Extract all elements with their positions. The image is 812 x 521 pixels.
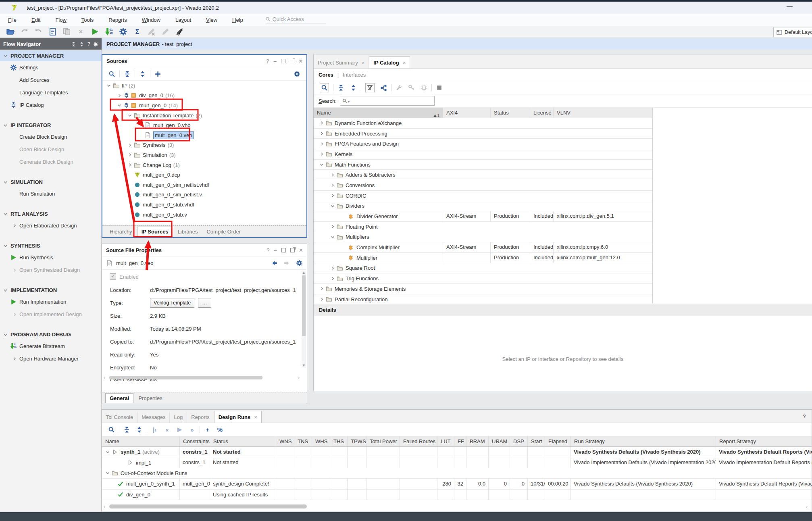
flow-section-header-synthesis[interactable]: SYNTHESIS — [0, 240, 101, 251]
stop-icon[interactable] — [436, 84, 443, 91]
step-forward-icon[interactable]: » — [188, 426, 196, 433]
flow-item-run-synthesis[interactable]: Run Synthesis — [0, 251, 101, 264]
menu-help[interactable]: Help — [227, 15, 249, 25]
menu-view[interactable]: View — [200, 15, 223, 25]
column-header-license[interactable]: License — [530, 108, 553, 118]
flow-section-header-project-manager[interactable]: PROJECT MANAGER — [0, 50, 101, 61]
flow-item-open-hardware-manager[interactable]: Open Hardware Manager — [0, 352, 101, 365]
percent-icon[interactable]: % — [216, 426, 224, 433]
source-mult-gen-0[interactable]: mult_gen_0(14) — [102, 100, 306, 110]
quick-access[interactable]: Quick Access — [265, 16, 326, 23]
run-row-impl-1[interactable]: impl_1constrs_1Not startedVivado Impleme… — [102, 457, 812, 468]
undo-icon[interactable] — [20, 27, 29, 36]
column-header-run-strategy[interactable]: Run Strategy — [570, 436, 716, 446]
help-icon[interactable]: ? — [266, 58, 269, 64]
horizontal-scrollbar[interactable]: ‹› — [104, 375, 300, 380]
chip-icon[interactable] — [421, 84, 427, 91]
column-header-whs[interactable]: WHS — [312, 436, 330, 446]
float-icon[interactable] — [290, 248, 295, 252]
tab-ip-catalog[interactable]: IP Catalog× — [369, 56, 410, 68]
flow-item-create-block-design[interactable]: Create Block Design — [0, 131, 101, 143]
ip-row-conversions[interactable]: Conversions — [314, 180, 652, 191]
source-mult-gen-0-veo[interactable]: mult_gen_0.veo — [102, 130, 306, 140]
column-header-report-strategy[interactable]: Report Strategy — [716, 436, 812, 446]
menu-reports[interactable]: Reports — [103, 15, 133, 25]
subtab-cores[interactable]: Cores — [319, 72, 333, 78]
ip-row-multipliers[interactable]: Multipliers — [314, 232, 652, 243]
column-header-tns[interactable]: TNS — [294, 436, 312, 446]
column-header-start[interactable]: Start — [527, 436, 545, 446]
report-utilization-icon[interactable]: Σ — [133, 28, 142, 35]
column-header-total-power[interactable]: Total Power — [366, 436, 400, 446]
ip-row-complex-multiplier[interactable]: Complex MultiplierAXI4-StreamProductionI… — [314, 242, 652, 253]
source-mult-gen-0-stub-vhdl[interactable]: mult_gen_0_stub.vhdl — [102, 200, 306, 210]
close-icon[interactable]: × — [254, 414, 257, 420]
wrench-icon[interactable] — [396, 84, 402, 91]
subtab-interfaces[interactable]: Interfaces — [343, 72, 366, 78]
source-mult-gen-0-stub-v[interactable]: mult_gen_0_stub.v — [102, 210, 306, 220]
source-mult-gen-0-dcp[interactable]: mult_gen_0.dcp — [102, 170, 306, 180]
column-header-ff[interactable]: FF — [454, 436, 466, 446]
source-div-gen-0[interactable]: div_gen_0(16) — [102, 91, 306, 101]
back-arrow-icon[interactable] — [271, 260, 278, 267]
key-icon[interactable] — [408, 84, 415, 91]
flow-item-open-block-design[interactable]: Open Block Design — [0, 143, 101, 156]
flow-item-open-implemented-design[interactable]: Open Implemented Design — [0, 308, 101, 321]
flow-item-generate-block-design[interactable]: Generate Block Design — [0, 156, 101, 168]
taxonomy-icon[interactable] — [380, 84, 387, 91]
tab-reports[interactable]: Reports — [187, 412, 214, 423]
tab-tcl-console[interactable]: Tcl Console — [102, 412, 137, 423]
menu-edit[interactable]: Edit — [26, 15, 46, 25]
flow-section-header-rtl-analysis[interactable]: RTL ANALYSIS — [0, 208, 101, 219]
ip-row-multiplier[interactable]: MultiplierProductionIncludedxilinx.com:i… — [314, 253, 652, 263]
source-mult-gen-0-sim-netlist-vhdl[interactable]: mult_gen_0_sim_netlist.vhdl — [102, 180, 306, 190]
flow-item-run-simulation[interactable]: Run Simulation — [0, 188, 101, 200]
float-icon[interactable] — [290, 59, 294, 63]
run-icon[interactable] — [91, 27, 99, 36]
search-icon[interactable] — [108, 71, 115, 77]
ip-row-floating-point[interactable]: Floating Point — [314, 222, 652, 232]
minimize-icon[interactable]: – — [273, 58, 276, 64]
sources-tab-ip-sources[interactable]: IP Sources — [137, 227, 173, 237]
menu-layout[interactable]: Layout — [170, 15, 197, 25]
flow-item-language-templates[interactable]: Language Templates — [0, 86, 101, 99]
source-mult-gen-0-sim-netlist-v[interactable]: mult_gen_0_sim_netlist.v — [102, 190, 306, 200]
column-header-status[interactable]: Status — [210, 436, 276, 446]
search-input[interactable]: ▾ — [340, 96, 435, 106]
filter-icon[interactable] — [365, 83, 375, 92]
flow-section-header-implementation[interactable]: IMPLEMENTATION — [0, 285, 101, 296]
ip-row-adders-subtracters[interactable]: Adders & Subtracters — [314, 170, 652, 180]
step-back-icon[interactable]: « — [163, 426, 171, 433]
column-header-name[interactable]: Name — [102, 436, 179, 446]
collapse-all-icon[interactable] — [71, 42, 76, 47]
gear-icon[interactable] — [294, 71, 300, 77]
copy-icon[interactable] — [62, 27, 71, 36]
ip-row-divider-generator[interactable]: Divider GeneratorAXI4-StreamProductionIn… — [314, 211, 652, 222]
column-header-axi4[interactable]: AXI4 — [443, 108, 490, 118]
column-header-tpws[interactable]: TPWS — [347, 436, 366, 446]
tab-messages[interactable]: Messages — [137, 412, 170, 423]
ip-row-square-root[interactable]: Square Root — [314, 263, 652, 274]
more-button[interactable]: … — [198, 298, 211, 308]
collapse-all-icon[interactable] — [337, 84, 344, 91]
properties-tab-properties[interactable]: Properties — [134, 394, 166, 403]
column-header-lut[interactable]: LUT — [437, 436, 454, 446]
go-first-icon[interactable]: |‹ — [150, 426, 159, 433]
help-icon[interactable]: ? — [87, 41, 90, 47]
ip-row-partial-reconfiguration[interactable]: Partial Reconfiguration — [314, 294, 652, 305]
enabled-checkbox[interactable]: ✓ — [110, 273, 116, 280]
ip-row-trig-functions[interactable]: Trig Functions — [314, 273, 652, 284]
type-button[interactable]: Verilog Template — [150, 298, 194, 308]
close-icon[interactable]: × — [299, 248, 303, 252]
ip-row-memories-storage-elements[interactable]: Memories & Storage Elements — [314, 284, 652, 294]
ip-row-embedded-processing[interactable]: Embedded Processing — [314, 129, 652, 139]
flow-item-generate-bitstream[interactable]: 0110Generate Bitstream — [0, 340, 101, 352]
source-change-log[interactable]: Change Log(1) — [102, 160, 306, 170]
settings-icon[interactable] — [119, 27, 127, 36]
maximize-icon[interactable] — [281, 59, 285, 63]
layout-select[interactable]: Default Layout — [773, 27, 812, 37]
gear-icon[interactable] — [93, 42, 98, 47]
gear-icon[interactable] — [296, 260, 303, 267]
expand-all-icon[interactable] — [136, 426, 143, 433]
expand-all-icon[interactable] — [350, 84, 357, 91]
